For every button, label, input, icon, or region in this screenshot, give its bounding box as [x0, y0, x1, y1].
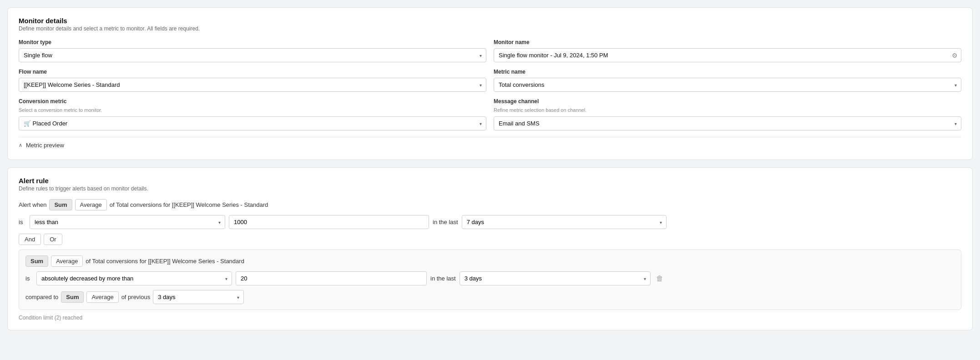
- condition1-in-the-last-label: in the last: [433, 219, 458, 225]
- conversion-metric-select[interactable]: 🛒 Placed Order: [19, 116, 486, 130]
- monitor-type-wrapper: Single flow Multi flow Segment ▾: [19, 48, 486, 62]
- condition1-type-select[interactable]: less than greater than absolutely decrea…: [30, 215, 225, 229]
- monitor-name-group: Monitor name ⚙: [494, 39, 961, 62]
- compared-to-label: compared to: [25, 294, 58, 300]
- compared-sum-btn[interactable]: Sum: [61, 291, 84, 303]
- condition2-is-label: is: [25, 275, 33, 282]
- metric-preview-row[interactable]: ∧ Metric preview: [19, 137, 961, 150]
- condition2-type-select[interactable]: less than greater than absolutely decrea…: [36, 271, 232, 285]
- message-channel-sublabel: Refine metric selection based on channel…: [494, 107, 961, 113]
- metric-preview-chevron-icon: ∧: [19, 142, 22, 148]
- condition2-value-input[interactable]: [236, 271, 427, 285]
- alert-when-label: Alert when: [19, 201, 46, 208]
- monitor-type-select[interactable]: Single flow Multi flow Segment: [19, 48, 486, 62]
- alert-when-row: Alert when Sum Average of Total conversi…: [19, 199, 961, 210]
- alert-rule-subtitle: Define rules to trigger alerts based on …: [19, 185, 961, 192]
- message-channel-select[interactable]: Email and SMS Email SMS: [494, 116, 961, 130]
- conversion-metric-wrapper: 🛒 Placed Order ▾: [19, 116, 486, 130]
- monitor-details-card: Monitor details Define monitor details a…: [7, 7, 973, 160]
- flow-name-select[interactable]: [[KEEP]] Welcome Series - Standard: [19, 78, 486, 92]
- compared-average-btn[interactable]: Average: [86, 291, 118, 303]
- monitor-details-title: Monitor details: [19, 17, 961, 25]
- flow-name-group: Flow name [[KEEP]] Welcome Series - Stan…: [19, 69, 486, 92]
- condition-limit-text: Condition limit (2) reached: [19, 315, 961, 321]
- monitor-name-label: Monitor name: [494, 39, 961, 45]
- condition2-row: is less than greater than absolutely dec…: [25, 271, 955, 285]
- metric-name-select[interactable]: Total conversions: [494, 78, 961, 92]
- condition1-is-label: is: [19, 219, 26, 225]
- conversion-metric-label: Conversion metric: [19, 98, 486, 105]
- condition1-value-input[interactable]: [229, 215, 429, 229]
- alert-rule-card: Alert rule Define rules to trigger alert…: [7, 167, 973, 330]
- form-row-3: Conversion metric Select a conversion me…: [19, 98, 961, 130]
- message-channel-label: Message channel: [494, 98, 961, 105]
- sum-toggle-btn[interactable]: Sum: [49, 199, 72, 210]
- conversion-metric-sublabel: Select a conversion metric to monitor.: [19, 107, 486, 113]
- alert-of-label: of Total conversions for [[KEEP]] Welcom…: [110, 201, 268, 208]
- previous-days-select[interactable]: 1 day 3 days 7 days: [153, 290, 244, 304]
- condition2-in-the-last-label: in the last: [430, 275, 456, 282]
- message-channel-group: Message channel Refine metric selection …: [494, 98, 961, 130]
- compared-to-row: compared to Sum Average of previous 1 da…: [25, 290, 955, 304]
- form-row-1: Monitor type Single flow Multi flow Segm…: [19, 39, 961, 62]
- monitor-name-wrapper: ⚙: [494, 48, 961, 62]
- monitor-details-subtitle: Define monitor details and select a metr…: [19, 25, 961, 32]
- condition2-days-select[interactable]: 1 day 3 days 7 days 14 days 30 days: [460, 271, 651, 285]
- metric-name-group: Metric name Total conversions ▾: [494, 69, 961, 92]
- of-previous-label: of previous: [121, 294, 151, 300]
- form-row-2: Flow name [[KEEP]] Welcome Series - Stan…: [19, 69, 961, 92]
- message-channel-wrapper: Email and SMS Email SMS ▾: [494, 116, 961, 130]
- condition2-card: Sum Average of Total conversions for [[K…: [19, 250, 961, 310]
- and-btn[interactable]: And: [19, 234, 41, 245]
- condition2-sum-btn[interactable]: Sum: [25, 255, 48, 267]
- monitor-type-group: Monitor type Single flow Multi flow Segm…: [19, 39, 486, 62]
- or-btn[interactable]: Or: [44, 234, 62, 245]
- metric-name-wrapper: Total conversions ▾: [494, 78, 961, 92]
- condition2-of-label: of Total conversions for [[KEEP]] Welcom…: [86, 258, 244, 265]
- monitor-type-label: Monitor type: [19, 39, 486, 45]
- condition2-header-row: Sum Average of Total conversions for [[K…: [25, 255, 955, 267]
- and-or-row: And Or: [19, 234, 961, 245]
- gear-icon[interactable]: ⚙: [952, 52, 958, 59]
- conversion-metric-group: Conversion metric Select a conversion me…: [19, 98, 486, 130]
- monitor-name-input[interactable]: [494, 48, 961, 62]
- condition2-average-btn[interactable]: Average: [51, 255, 83, 267]
- flow-name-wrapper: [[KEEP]] Welcome Series - Standard ▾: [19, 78, 486, 92]
- average-toggle-btn[interactable]: Average: [75, 199, 107, 210]
- flow-name-label: Flow name: [19, 69, 486, 75]
- condition1-days-select[interactable]: 1 day 3 days 7 days 14 days 30 days: [462, 215, 667, 229]
- metric-name-label: Metric name: [494, 69, 961, 75]
- metric-preview-label: Metric preview: [26, 142, 64, 149]
- condition2-delete-btn[interactable]: 🗑: [654, 273, 665, 285]
- alert-rule-title: Alert rule: [19, 177, 961, 185]
- condition1-row: is less than greater than absolutely dec…: [19, 215, 961, 229]
